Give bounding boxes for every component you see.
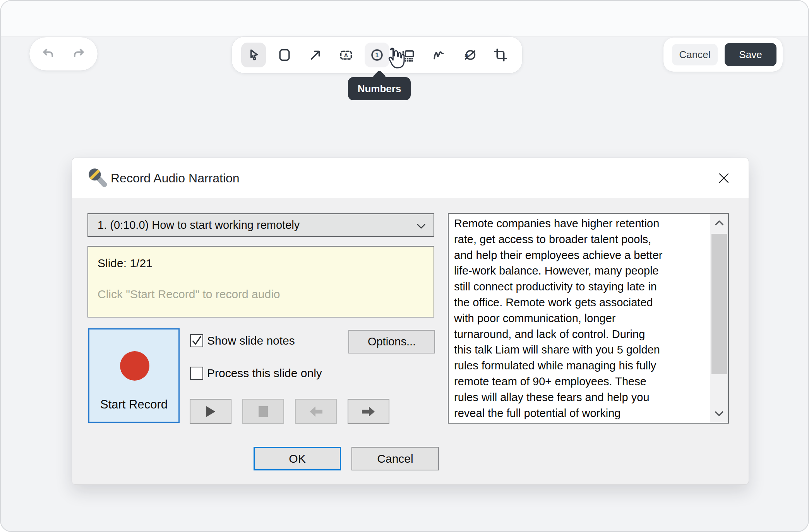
scroll-down-button[interactable] — [710, 404, 728, 423]
app-window: A 1 — [0, 0, 809, 532]
record-audio-narration-dialog: Record Audio Narration 1. (0:10.0) How t… — [72, 158, 749, 485]
dialog-title: Record Audio Narration — [111, 158, 240, 198]
tool-rectangle[interactable] — [272, 43, 297, 67]
next-slide-button[interactable] — [348, 399, 389, 424]
redo-icon — [72, 47, 86, 61]
notes-scrollbar[interactable] — [710, 214, 728, 423]
options-button[interactable]: Options... — [348, 330, 435, 354]
annotation-toolbar: A 1 — [232, 37, 522, 73]
record-dot-icon — [120, 351, 149, 381]
text-box-icon: A — [339, 48, 353, 62]
stop-button — [242, 399, 284, 424]
slide-notes-panel: Remote companies have higher retention r… — [448, 213, 729, 424]
tool-arrow[interactable] — [303, 43, 328, 67]
redact-icon: a — [462, 48, 477, 62]
undo-button[interactable] — [37, 43, 59, 65]
start-record-label: Start Record — [89, 398, 178, 412]
process-slide-only-checkbox[interactable] — [190, 367, 203, 380]
svg-text:1: 1 — [375, 52, 379, 58]
checkmark-icon — [191, 335, 202, 347]
process-slide-only-label: Process this slide only — [207, 367, 322, 380]
tool-freehand-draw[interactable] — [427, 43, 451, 67]
tool-crop[interactable] — [488, 43, 513, 67]
slide-notes-text: Remote companies have higher retention r… — [454, 216, 704, 422]
scrollbar-thumb[interactable] — [711, 234, 727, 374]
redo-button[interactable] — [68, 43, 90, 65]
editor-actions: Cancel Save — [663, 38, 783, 72]
editor-cancel-button[interactable]: Cancel — [672, 44, 718, 65]
top-strip — [1, 1, 808, 37]
process-slide-only-row: Process this slide only — [190, 366, 322, 381]
chevron-down-icon — [416, 223, 427, 230]
numbers-tooltip: Numbers — [348, 77, 411, 100]
rectangle-icon — [277, 48, 292, 62]
arrow-left-icon — [309, 406, 322, 417]
recording-status-panel: Slide: 1/21 Click "Start Record" to reco… — [87, 246, 434, 317]
show-slide-notes-label: Show slide notes — [207, 334, 295, 347]
play-button[interactable] — [190, 399, 231, 424]
arrow-right-icon — [362, 406, 375, 417]
undo-icon — [41, 47, 55, 61]
close-icon — [717, 171, 731, 185]
tool-redact[interactable]: a — [457, 43, 482, 67]
hand-cursor-icon — [382, 47, 405, 70]
slide-select-value: 1. (0:10.0) How to start working remotel… — [98, 219, 300, 231]
previous-slide-button — [295, 399, 337, 424]
editor-save-button[interactable]: Save — [725, 43, 776, 66]
tool-select-pointer[interactable] — [241, 43, 266, 67]
crop-icon — [493, 48, 508, 62]
svg-text:A: A — [344, 52, 348, 58]
freehand-draw-icon — [432, 48, 446, 62]
show-slide-notes-row: Show slide notes — [190, 333, 295, 348]
slide-select-dropdown[interactable]: 1. (0:10.0) How to start working remotel… — [87, 213, 434, 237]
arrow-icon — [308, 48, 323, 62]
chevron-up-icon — [714, 220, 724, 226]
tool-text-box[interactable]: A — [334, 43, 358, 67]
ok-button[interactable]: OK — [254, 447, 341, 470]
history-toolbar — [29, 37, 98, 70]
chevron-down-icon — [714, 410, 724, 417]
slide-counter: Slide: 1/21 — [98, 257, 153, 270]
show-slide-notes-checkbox[interactable] — [190, 334, 203, 347]
start-record-button[interactable]: Start Record — [88, 328, 180, 423]
record-hint: Click "Start Record" to record audio — [98, 288, 280, 301]
microphone-icon — [86, 166, 108, 189]
dialog-close-button[interactable] — [716, 170, 732, 186]
dialog-cancel-button[interactable]: Cancel — [351, 447, 439, 470]
scroll-up-button[interactable] — [710, 214, 728, 232]
stop-icon — [258, 406, 268, 417]
dialog-titlebar: Record Audio Narration — [72, 158, 749, 198]
play-icon — [205, 405, 216, 418]
pointer-icon — [246, 48, 261, 62]
